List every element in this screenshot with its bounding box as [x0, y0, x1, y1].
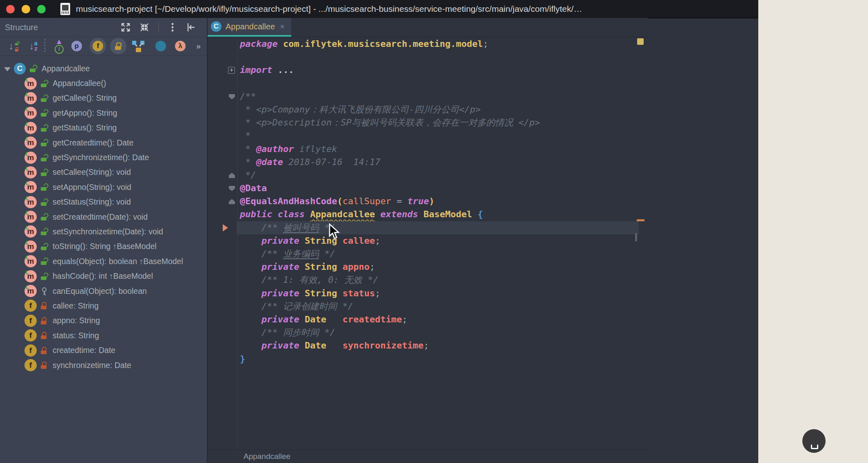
structure-item[interactable]: mLsetCreatedtime(Date): void [0, 209, 207, 224]
nav-arrow-icon[interactable] [223, 224, 228, 232]
structure-item[interactable]: mLgetCreatedtime(): Date [0, 135, 207, 150]
public-lock-icon [41, 109, 47, 117]
structure-item[interactable]: mLgetSynchronizetime(): Date [0, 150, 207, 165]
show-fields-icon[interactable]: f [90, 38, 106, 54]
expand-icon[interactable] [121, 22, 131, 32]
private-lock-icon [41, 332, 47, 339]
method-icon: mL [24, 285, 37, 297]
structure-item[interactable]: fcreatedtime: Date [0, 343, 207, 357]
structure-item[interactable]: mLsetSynchronizetime(Date): void [0, 224, 207, 239]
structure-item-label: canEqual(Object): boolean [53, 287, 147, 296]
public-lock-icon [30, 65, 36, 72]
code-line: /** 同步时间 */ [240, 326, 639, 339]
fold-bottom-icon[interactable] [229, 199, 235, 204]
plus-fold-icon[interactable] [228, 67, 235, 74]
code-line [240, 51, 639, 64]
lombok-indicator: L [26, 166, 29, 172]
method-icon: mL [24, 77, 37, 90]
structure-item[interactable]: fsynchronizetime: Date [0, 358, 207, 373]
structure-item[interactable]: mLsetAppno(String): void [0, 180, 207, 194]
sort-alphabetically-icon[interactable]: ↓ az [25, 37, 42, 55]
code-line: */ [240, 169, 639, 182]
show-inherited-icon[interactable]: ▲ I [51, 37, 67, 55]
structure-item[interactable]: mLhashCode(): int ↑BaseModel [0, 269, 207, 283]
minimize-window-button[interactable] [22, 5, 30, 13]
structure-item-label: setCreatedtime(Date): void [53, 212, 148, 222]
structure-item[interactable]: mLgetAppno(): String [0, 106, 207, 120]
close-tab-icon[interactable]: × [280, 22, 285, 31]
structure-tree: CAppandcalleemLAppandcallee()mLgetCallee… [0, 61, 207, 463]
method-icon: mL [24, 196, 37, 208]
structure-item[interactable]: mLsetStatus(String): void [0, 195, 207, 209]
lombok-indicator: L [26, 196, 29, 201]
sort-by-visibility-icon[interactable]: ↓ [6, 37, 22, 55]
public-lock-icon [41, 258, 47, 265]
inspection-status-indicator[interactable] [637, 38, 644, 45]
structure-item-label: toString(): String ↑BaseModel [53, 242, 157, 251]
code-line: /** [240, 90, 639, 103]
lombok-indicator: L [26, 121, 29, 127]
ide-window: musicsearch-project [~/Develop/work/ifly… [0, 0, 758, 463]
structure-item[interactable]: mLequals(Object): boolean ↑BaseModel [0, 254, 207, 269]
gutter-divider [237, 37, 238, 450]
window-title: musicsearch-project [~/Develop/work/ifly… [76, 4, 582, 14]
scope-filter-icon[interactable] [154, 37, 168, 55]
structure-item[interactable]: mLcanEqual(Object): boolean [0, 284, 207, 298]
public-lock-icon [41, 139, 47, 146]
close-window-button[interactable] [6, 5, 15, 13]
structure-toolbar: ↓ ↓ az ▲ I p f [0, 37, 207, 56]
header-separator [158, 22, 159, 32]
group-methods-icon[interactable] [131, 37, 145, 55]
code-editor-surface[interactable]: package com.iflytek.musicsearch.meeting.… [240, 37, 639, 450]
fold-top-icon[interactable] [229, 94, 235, 99]
code-line: private Date synchronizetime; [240, 339, 639, 352]
show-properties-icon[interactable]: p [69, 37, 85, 55]
editor-tab-bar: C Appandcallee × [208, 18, 649, 37]
warning-stripe-mark[interactable] [637, 219, 644, 221]
lombok-indicator: L [26, 151, 29, 157]
show-non-public-icon[interactable] [110, 38, 126, 54]
toolbar-separator [44, 39, 45, 53]
structure-item[interactable]: mLsetCallee(String): void [0, 165, 207, 180]
code-line: private String status; [240, 287, 639, 300]
structure-item[interactable]: fcallee: String [0, 298, 207, 313]
breadcrumb-item-class[interactable]: Appandcallee [244, 452, 290, 461]
structure-item-label: getCreatedtime(): Date [53, 138, 133, 148]
method-icon: mL [24, 107, 37, 119]
public-lock-icon [41, 198, 47, 206]
fold-top-icon[interactable] [229, 186, 235, 191]
lombok-indicator: L [26, 284, 29, 290]
tab-appandcallee[interactable]: C Appandcallee × [208, 18, 291, 35]
app-circle-icon[interactable] [802, 429, 826, 453]
structure-item[interactable]: mLgetStatus(): String [0, 121, 207, 135]
structure-item[interactable]: mLtoString(): String ↑BaseModel [0, 239, 207, 254]
lombok-indicator: L [26, 181, 29, 186]
private-lock-icon [41, 302, 47, 309]
code-line: private String appno; [240, 260, 639, 273]
more-filters-icon[interactable]: » [192, 37, 204, 55]
chevron-down-icon[interactable] [4, 67, 11, 71]
more-vertical-icon[interactable] [168, 22, 177, 32]
structure-item[interactable]: CAppandcallee [0, 61, 207, 76]
structure-item[interactable]: fappno: String [0, 313, 207, 328]
fold-bottom-icon[interactable] [229, 173, 235, 178]
code-line: import ... [240, 64, 639, 77]
code-line: } [240, 353, 639, 366]
public-lock-icon [41, 183, 47, 191]
structure-item-label: getStatus(): String [53, 123, 117, 132]
structure-item[interactable]: mLgetCallee(): String [0, 91, 207, 106]
field-icon: f [24, 315, 37, 327]
hide-sidebar-icon[interactable] [186, 22, 196, 32]
code-line: * @author iflytek [240, 143, 639, 156]
zoom-window-button[interactable] [37, 5, 46, 13]
private-lock-icon [41, 347, 47, 354]
structure-item[interactable]: fstatus: String [0, 328, 207, 343]
collapse-icon[interactable] [140, 22, 149, 32]
active-tab-underline [208, 35, 291, 37]
structure-item[interactable]: mLAppandcallee() [0, 76, 207, 90]
code-line: * [240, 129, 639, 142]
method-icon: mL [24, 92, 37, 104]
method-icon: mL [24, 270, 37, 282]
show-lambdas-icon[interactable]: λ [173, 37, 187, 55]
scrollbar-thumb[interactable] [635, 233, 637, 241]
